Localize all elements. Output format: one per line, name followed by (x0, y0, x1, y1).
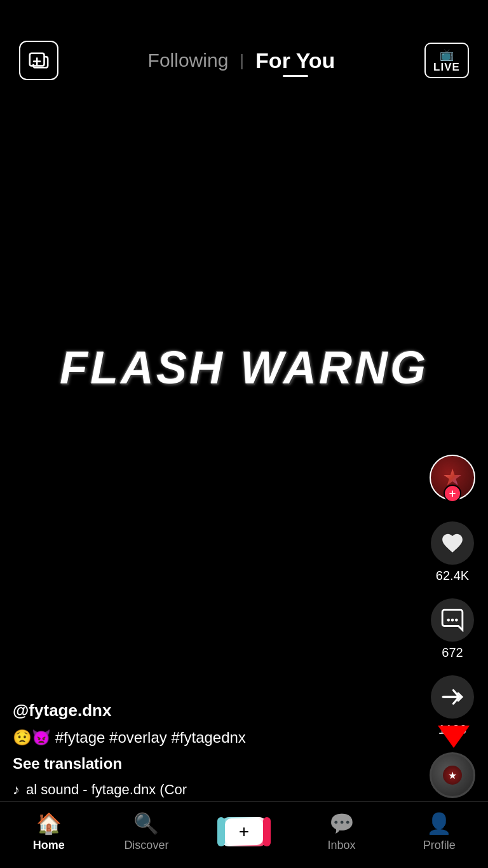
header: Following | For You 📺 LIVE (0, 0, 488, 95)
create-nav-button[interactable]: + (221, 817, 267, 846)
nav-profile[interactable]: 👤 Profile (407, 811, 471, 852)
music-disc-star-icon: ★ (448, 769, 457, 782)
tab-divider: | (240, 51, 244, 71)
share-icon (441, 685, 464, 708)
live-button[interactable]: 📺 LIVE (424, 43, 469, 78)
comment-button[interactable]: 672 (431, 598, 474, 660)
sound-row[interactable]: ♪ al sound - fytage.dnx (Cor (13, 782, 246, 798)
bottom-nav: 🏠 Home 🔍 Discover + 💬 Inbox 👤 Profile (0, 801, 488, 868)
inbox-icon: 💬 (329, 811, 355, 836)
nav-inbox-label: Inbox (328, 839, 356, 852)
live-antenna-icon: 📺 (440, 49, 454, 60)
discover-icon: 🔍 (133, 811, 159, 836)
svg-point-3 (455, 619, 458, 622)
share-count: 1136 (438, 722, 467, 737)
sound-name: al sound - fytage.dnx (Cor (26, 782, 187, 798)
svg-point-2 (451, 619, 454, 622)
like-button[interactable]: 62.4K (431, 521, 474, 583)
feed-tabs: Following | For You (148, 48, 336, 73)
profile-icon: 👤 (426, 811, 452, 836)
svg-point-1 (447, 619, 450, 622)
home-icon: 🏠 (36, 811, 62, 836)
nav-inbox[interactable]: 💬 Inbox (310, 811, 374, 852)
tab-foryou[interactable]: For You (255, 48, 335, 73)
avatar-container: ★ + (428, 449, 477, 506)
nav-profile-label: Profile (423, 839, 456, 852)
post-info: @fytage.dnx 😟👿 #fytage #overlay #fytaged… (13, 701, 246, 798)
share-icon-bg (431, 675, 474, 719)
comment-count: 672 (442, 645, 463, 660)
comment-icon-bg (431, 598, 474, 642)
music-disc-inner: ★ (443, 766, 462, 785)
nav-discover-label: Discover (124, 839, 168, 852)
nav-create[interactable]: + (212, 817, 276, 846)
nav-home[interactable]: 🏠 Home (17, 811, 81, 852)
tab-following[interactable]: Following (148, 50, 229, 71)
create-plus-icon: + (225, 818, 263, 845)
create-button[interactable] (19, 41, 58, 80)
music-disc[interactable]: ★ (430, 752, 475, 798)
see-translation-button[interactable]: See translation (13, 755, 246, 773)
video-overlay-text: FLASH WARNG (60, 341, 428, 394)
sidebar-actions: ★ + 62.4K 672 (428, 449, 477, 798)
comment-icon (440, 608, 464, 632)
follow-button[interactable]: + (444, 485, 461, 502)
like-count: 62.4K (436, 568, 469, 583)
live-label: LIVE (433, 62, 460, 72)
post-username[interactable]: @fytage.dnx (13, 701, 246, 720)
share-button[interactable]: 1136 (431, 675, 474, 737)
add-to-album-icon (28, 50, 50, 71)
heart-icon (440, 531, 464, 555)
post-caption: 😟👿 #fytage #overlay #fytagednx (13, 727, 246, 748)
video-area[interactable]: FLASH WARNG (0, 0, 488, 817)
nav-discover[interactable]: 🔍 Discover (114, 811, 178, 852)
nav-home-label: Home (33, 839, 65, 852)
music-note-icon: ♪ (13, 782, 20, 798)
like-icon-bg (431, 521, 474, 565)
